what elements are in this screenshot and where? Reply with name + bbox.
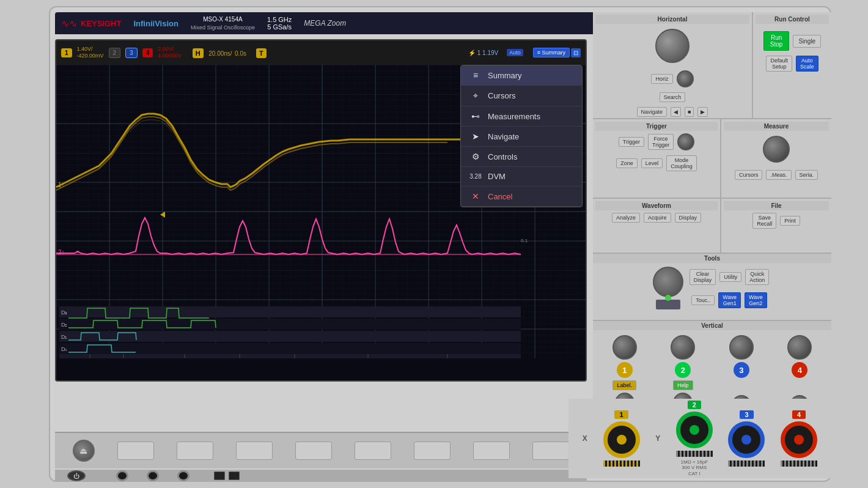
display-knob[interactable] (653, 267, 683, 297)
logo-area: ∿∿ KEYSIGHT (61, 18, 121, 29)
ch1-num-badge[interactable]: 1 (617, 362, 633, 378)
menu-item-measurements[interactable]: ⊷ Measurements (461, 106, 582, 127)
time-per-div: 20.00ns/ (208, 50, 232, 57)
softkey-6[interactable] (414, 442, 451, 460)
zone-btn[interactable]: Zone (616, 158, 638, 168)
summary-label: Summary (488, 71, 522, 80)
ch1-badge[interactable]: 1 (61, 48, 72, 57)
ch1-label-btn[interactable]: Label. (612, 380, 636, 390)
ch4-scale-knob[interactable] (787, 335, 812, 360)
summary-button[interactable]: ≡ Summary (533, 48, 570, 57)
svg-text:D₀: D₀ (61, 346, 68, 352)
series-btn[interactable]: Seria. (795, 170, 818, 180)
svg-text:D₁: D₁ (61, 334, 68, 340)
ch2-help-btn[interactable]: Help (673, 380, 693, 390)
svg-text:2↕: 2↕ (58, 249, 65, 256)
horizontal-knob[interactable] (655, 29, 690, 63)
file-title: File (724, 201, 829, 210)
display-btn[interactable]: Display (675, 213, 702, 223)
trigger-btn[interactable]: Trigger (619, 137, 644, 147)
file-section: File SaveRecall Print (721, 199, 831, 253)
ch2-scale-knob[interactable] (671, 335, 695, 360)
horiz-btn[interactable]: Horiz (651, 74, 672, 84)
summary-icon[interactable]: ⊡ (571, 48, 581, 57)
default-setup-btn[interactable]: DefaultSetup (766, 56, 792, 72)
nav-left-btn[interactable]: ◀ (671, 107, 681, 117)
ch2-badge[interactable]: 2 (109, 48, 121, 58)
cursors-measure-btn[interactable]: Cursors (735, 170, 763, 180)
run-stop-btn[interactable]: RunStop (763, 31, 790, 51)
analyze-btn[interactable]: Analyze (612, 213, 640, 223)
print-btn[interactable]: Print (780, 216, 800, 226)
acquire-btn[interactable]: Acquire (644, 213, 671, 223)
horiz-title: Horizontal (595, 15, 749, 24)
search-knob[interactable] (677, 70, 694, 87)
ch1-bnc[interactable] (603, 421, 640, 458)
ch3-scale-knob[interactable] (729, 335, 754, 360)
softkey-3[interactable] (236, 442, 273, 460)
meas-btn[interactable]: .Meas. (766, 170, 791, 180)
softkey-5[interactable] (355, 442, 391, 460)
channel-connector-area: X 1 Y 2 1MΩ = 16pF300 V RMSCAT I 3 (568, 399, 831, 478)
softkey-1[interactable] (117, 442, 154, 460)
ch3-badge[interactable]: 3 (125, 48, 138, 58)
navigate-btn[interactable]: Navigate (637, 107, 668, 117)
wave-gen2-btn[interactable]: WaveGen2 (745, 292, 767, 308)
touch-btn[interactable]: Touc.. (691, 295, 715, 305)
ch3-bnc[interactable] (728, 421, 765, 458)
auto-scale-btn[interactable]: AutoScale (796, 56, 818, 72)
h-badge[interactable]: H (193, 48, 204, 58)
nav-right-btn[interactable]: ▶ (697, 107, 708, 117)
menu-item-summary[interactable]: ≡ Summary (461, 65, 582, 86)
eject-button[interactable]: ⏏ (73, 440, 95, 462)
svg-rect-19 (59, 306, 521, 317)
menu-item-navigate[interactable]: ➤ Navigate (461, 127, 582, 147)
quick-action-btn[interactable]: QuickAction (745, 269, 769, 285)
force-trigger-btn[interactable]: ForceTrigger (648, 134, 674, 150)
menu-item-cursors[interactable]: ⌖ Cursors (461, 86, 582, 106)
measure-title: Measure (724, 122, 829, 131)
softkey-2[interactable] (177, 442, 213, 460)
dropdown-menu[interactable]: ≡ Summary ⌖ Cursors ⊷ Measurements ➤ Nav… (460, 65, 583, 207)
search-btn[interactable]: Search (660, 92, 686, 102)
ch4-badge[interactable]: 4 (142, 48, 153, 57)
ch1-scale-knob[interactable] (612, 335, 637, 360)
screen-area[interactable]: 1 1.40V/ -420.00mV 2 3 4 2.00V/ 4.00000V… (55, 39, 587, 382)
softkey-7[interactable] (473, 442, 510, 460)
ch3-connector-label: 3 (740, 410, 753, 419)
t-badge[interactable]: T (256, 48, 267, 58)
nav-stop-btn[interactable]: ■ (685, 107, 694, 117)
trigger-title: Trigger (595, 122, 718, 131)
utility-btn[interactable]: Utility (719, 272, 741, 282)
measure-knob[interactable] (763, 136, 790, 163)
ch2-bnc[interactable] (676, 412, 713, 448)
mode-coupling-btn[interactable]: ModeCoupling (666, 155, 697, 171)
wave-gen1-btn[interactable]: WaveGen1 (718, 292, 741, 308)
svg-text:1↑: 1↑ (58, 182, 65, 188)
ch3-num-badge[interactable]: 3 (734, 362, 749, 378)
mega-zoom-label: MEGA Zoom (304, 19, 346, 28)
ch2-num-badge[interactable]: 2 (675, 362, 691, 378)
ch4-num-badge[interactable]: 4 (792, 362, 807, 378)
horiz-buttons: Horiz (595, 68, 749, 90)
clear-display-btn[interactable]: ClearDisplay (690, 269, 716, 285)
svg-text:D₃: D₃ (61, 309, 68, 316)
file-row: SaveRecall Print (724, 210, 829, 231)
power-button[interactable]: ⏻ (67, 470, 86, 481)
measure-section: Measure Cursors .Meas. Seria. (721, 119, 831, 198)
single-btn[interactable]: Single (793, 35, 821, 48)
ch4-bnc[interactable] (781, 421, 817, 458)
softkey-4[interactable] (295, 442, 332, 460)
eject-icon: ⏏ (79, 446, 87, 456)
level-btn[interactable]: Level (641, 158, 663, 168)
intensity-led (665, 295, 671, 301)
menu-item-controls[interactable]: ⚙ Controls (461, 147, 582, 167)
menu-item-dvm[interactable]: 3.28 DVM (461, 167, 582, 187)
menu-item-cancel[interactable]: ✕ Cancel (461, 187, 582, 207)
trig-measure-section: Trigger Trigger ForceTrigger Zone Level … (593, 119, 831, 199)
save-recall-btn[interactable]: SaveRecall (752, 213, 776, 229)
trig-mode-badge: Auto (507, 49, 523, 56)
trigger-knob[interactable] (677, 133, 694, 150)
ch2-spec-label: 1MΩ = 16pF300 V RMSCAT I (681, 459, 708, 477)
softkey-8[interactable] (532, 442, 569, 460)
